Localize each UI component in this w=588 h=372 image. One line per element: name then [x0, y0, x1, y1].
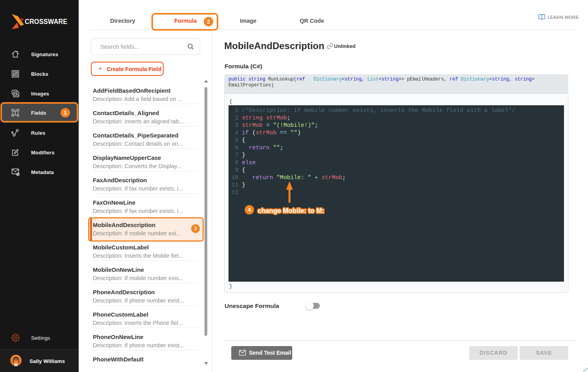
- svg-text:change Mobile: to M:: change Mobile: to M:: [258, 207, 324, 214]
